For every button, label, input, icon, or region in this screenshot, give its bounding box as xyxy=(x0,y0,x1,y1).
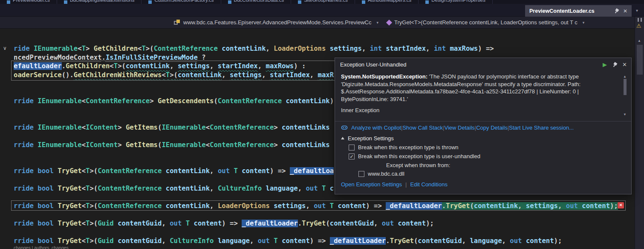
code-line[interactable] xyxy=(14,228,635,237)
code-line[interactable]: rride bool TryGet<T>(Guid contentGuid, C… xyxy=(14,237,635,246)
exception-footer-links: Open Exception Settings|Edit Conditions xyxy=(335,178,631,191)
scrollbar-thumb[interactable] xyxy=(624,79,627,95)
code-token: . xyxy=(62,62,66,70)
code-token: out xyxy=(170,220,182,227)
close-icon[interactable]: ✕ xyxy=(622,61,627,68)
scrollbar-rail[interactable]: ⚠ ▲ xyxy=(635,17,644,249)
background-tab[interactable]: DesignSystemProperties xyxy=(419,0,493,4)
codelens-info[interactable]: changes | authors, changes xyxy=(14,245,69,249)
background-tab[interactable]: BdcMappingsMetaExtensions xyxy=(57,0,142,4)
background-tab[interactable]: AttributeMappers.cs xyxy=(355,0,419,4)
code-token: ) xyxy=(330,97,334,105)
pin-icon[interactable] xyxy=(612,7,620,15)
code-token: T xyxy=(114,62,118,70)
checkbox-row: Break when this exception type is thrown xyxy=(335,143,631,152)
code-token: ( xyxy=(470,202,474,210)
code-token: IContent xyxy=(86,124,118,131)
code-token: TryGet xyxy=(58,167,81,175)
code-line[interactable] xyxy=(14,211,635,220)
code-token: , xyxy=(558,202,566,210)
code-token: < xyxy=(82,185,86,192)
code-token: , xyxy=(266,45,274,52)
file-icon xyxy=(7,0,10,4)
exception-settings-header[interactable]: Exception Settings xyxy=(335,133,631,143)
background-tab[interactable]: CustomSelectionFactory.cs xyxy=(142,0,221,4)
code-token: < xyxy=(78,45,81,52)
exception-error-icon[interactable]: ✕ xyxy=(618,202,624,208)
member-dropdown[interactable]: TryGet<T>(ContentReference contentLink, … xyxy=(383,19,589,26)
background-tab[interactable]: BdcConnectorsData.cs xyxy=(221,0,292,4)
code-token: CultureInfo xyxy=(218,185,262,192)
exception-action-link[interactable]: Copy Details xyxy=(476,124,508,131)
code-token xyxy=(522,237,526,245)
code-token: content xyxy=(582,202,610,210)
code-token: language xyxy=(218,237,250,245)
code-token: > xyxy=(118,124,126,131)
code-token: ( xyxy=(158,124,162,131)
close-icon[interactable]: ✕ xyxy=(623,9,627,14)
code-token: contentLink xyxy=(166,167,210,175)
popup-scrollbar[interactable]: ▲ ▼ xyxy=(622,73,628,118)
code-token: TryGet xyxy=(446,202,470,210)
continue-icon[interactable]: ▶ xyxy=(603,61,607,68)
checkbox[interactable] xyxy=(349,145,355,151)
background-tab[interactable]: SiteGroupNames.cs xyxy=(291,0,355,4)
code-token: contentLink xyxy=(166,185,210,192)
pin-icon[interactable] xyxy=(611,61,618,68)
warning-icon[interactable]: ⚠ xyxy=(636,23,641,29)
code-token: maxRows xyxy=(266,62,294,70)
code-token: efaultLoader xyxy=(14,62,62,70)
scroll-up-icon[interactable]: ▲ xyxy=(638,39,641,43)
code-line[interactable]: rride bool TryGet<T>(Guid contentGuid, o… xyxy=(14,219,635,228)
exception-footer-link[interactable]: Edit Conditions xyxy=(410,181,447,188)
code-line[interactable]: ride IEnumerable<T> GetChildren<T>(Conte… xyxy=(14,44,635,53)
code-token: rride xyxy=(14,167,38,175)
code-token: < xyxy=(82,124,86,131)
namespace-dropdown[interactable]: www.bdc.ca.Features.Episerver.AdvancedPr… xyxy=(170,19,383,26)
code-token: settings xyxy=(330,45,362,52)
code-token: ) xyxy=(222,220,230,227)
exception-popup: Exception User-Unhandled ▶ ✕ System.NotS… xyxy=(335,58,632,194)
document-tab-strip: PreviewContentLoader.cs ✕ ▾ xyxy=(0,4,644,17)
exception-action-link[interactable]: Show Call Stack xyxy=(402,124,443,131)
code-token: LoaderOptions xyxy=(218,202,270,210)
code-line[interactable]: rride bool TryGet<T>(ContentReference co… xyxy=(14,202,635,211)
checkbox[interactable] xyxy=(358,171,364,177)
code-token: ContentReference xyxy=(86,97,150,105)
background-tab[interactable]: PreviewModel.cs xyxy=(0,0,57,4)
exception-action-link[interactable]: View Details xyxy=(445,124,475,131)
file-icon xyxy=(228,0,231,4)
code-token: content xyxy=(398,220,426,227)
code-token: T xyxy=(142,45,145,52)
code-token: > xyxy=(274,141,282,149)
code-token: => xyxy=(318,237,330,245)
code-token: ); xyxy=(554,237,562,245)
code-token: T xyxy=(322,185,326,192)
exception-action-link[interactable]: Analyze with Copilot xyxy=(351,124,401,131)
file-icon xyxy=(425,0,429,4)
exception-footer-link[interactable]: Open Exception Settings xyxy=(341,181,402,188)
code-token: contentGuid xyxy=(418,237,462,245)
scroll-down-icon[interactable]: ▼ xyxy=(623,111,627,119)
code-token: maxR xyxy=(318,71,334,79)
code-token: < xyxy=(82,97,86,105)
code-token: , xyxy=(374,220,382,227)
code-token: , xyxy=(170,62,178,70)
code-token: => xyxy=(230,220,242,227)
code-token: content xyxy=(242,167,270,175)
code-token: Guid xyxy=(98,237,114,245)
checkbox-label: Break when this exception type is user-u… xyxy=(358,153,480,159)
tab-previewcontentloader[interactable]: PreviewContentLoader.cs ✕ xyxy=(525,5,632,17)
code-token: ? xyxy=(198,54,206,61)
split-editor-icon[interactable] xyxy=(638,18,642,22)
tab-list-chevron-icon[interactable]: ▾ xyxy=(636,8,638,13)
exception-popup-title: Exception User-Unhandled xyxy=(340,61,598,68)
code-token: IsInFullSitePreviewMode xyxy=(106,54,198,61)
checkbox[interactable]: ✓ xyxy=(349,153,355,159)
scrollbar-thumb[interactable] xyxy=(637,45,643,75)
code-token: , xyxy=(362,45,370,52)
code-token: ncedPreviewModeContext xyxy=(14,54,102,61)
code-token: contentGuid xyxy=(330,220,374,227)
background-tab-label: BdcMappingsMetaExtensions xyxy=(70,0,135,4)
exception-action-link[interactable]: Start Live Share session... xyxy=(509,124,574,131)
